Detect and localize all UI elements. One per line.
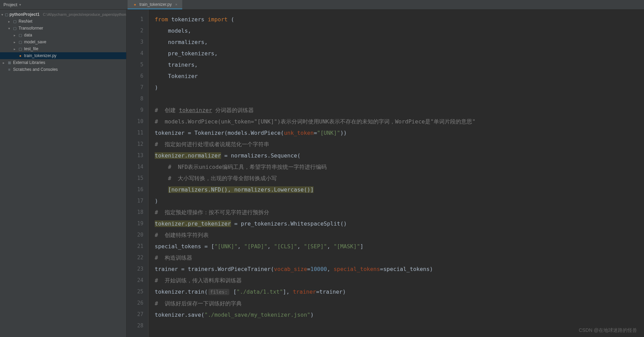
code-line: normalizers, [155,36,644,48]
code-line: models, [155,25,644,36]
code-line: # 指定预处理操作：按不可见字符进行预拆分 [155,207,644,218]
gutter: 1 2 3 4 5 6 7 8 9 10 11 12 13 14 15 16 1… [127,10,149,337]
code-line: tokenizer.train(files: ["./data/1.txt"],… [155,286,644,298]
tree-item-external-libs[interactable]: ⊞ External Libraries [0,59,126,66]
line-number: 3 [127,36,143,48]
code-line: # 训练好后保存一下训练好的字典 [155,298,644,309]
line-number: 6 [127,70,143,82]
folder-icon: ▢ [18,46,23,51]
close-icon[interactable]: × [175,2,177,7]
line-number: 20 [127,229,143,241]
tab-train-tokenizer[interactable]: ● train_tokenizer.py × [128,0,182,9]
project-tool-label[interactable]: Project ▾ [0,2,24,7]
line-number: 26 [127,297,143,309]
tree-root[interactable]: ▢ pythonProject1 C:\Al\pycharm_projects\… [0,11,126,18]
line-number: 1 [127,14,143,25]
tree-label: pythonProject1 [10,12,40,17]
code-line: trainer = trainers.WordPieceTrainer(voca… [155,263,644,275]
tree-item-transformer[interactable]: ▢ Transoformer [0,25,126,32]
tree-label: train_tokenizer.py [24,53,56,58]
code-line: from tokenizers import ( [155,14,644,25]
line-number: 5 [127,59,143,70]
code-line: # 构造训练器 [155,252,644,263]
tree-item-train-tokenizer[interactable]: ● train_tokenizer.py [0,52,126,59]
tree-label: Scratches and Consoles [13,67,58,72]
main: ▢ pythonProject1 C:\Al\pycharm_projects\… [0,10,644,337]
line-number: 19 [127,218,143,229]
line-number: 7 [127,82,143,93]
line-number: 12 [127,139,143,150]
code-line: # NFD表示unicode编码工具，希望字符串按统一字符进行编码 [155,161,644,173]
line-number: 25 [127,286,143,297]
editor-tabs: ● train_tokenizer.py × [128,0,182,9]
folder-icon: ▢ [5,12,8,17]
folder-icon: ▢ [12,26,17,31]
folder-icon: ▢ [18,40,23,44]
code-line: # 指定如何进行处理或者说规范化一个字符串 [155,139,644,150]
tree-item-data[interactable]: ▢ data [0,32,126,39]
line-number: 27 [127,309,143,320]
chevron-right-icon[interactable] [1,61,6,65]
line-number: 16 [127,184,143,195]
line-number: 28 [127,320,143,331]
tree-item-resnet[interactable]: ▢ ResNet [0,18,126,25]
code-line: pre_tokenizers, [155,48,644,59]
chevron-right-icon[interactable] [7,20,11,23]
code-line: tokenizer.pre_tokenizer = pre_tokenizers… [155,218,644,229]
line-number: 17 [127,195,143,207]
scratch-icon: ≡ [7,67,12,72]
tree-item-model-save[interactable]: ▢ model_save [0,39,126,45]
chevron-down-icon[interactable] [1,13,3,17]
line-number: 18 [127,207,143,218]
line-number: 14 [127,161,143,173]
code-line: # 大小写转换，出现的字母全部转换成小写 [155,173,644,184]
code-line [155,93,644,105]
code-line: Tokenizer [155,70,644,82]
watermark: CSDN @在地球迷路的怪兽 [579,327,637,334]
code-line: # 创建特殊字符列表 [155,229,644,241]
code-line: trainers, [155,59,644,70]
line-number: 21 [127,241,143,252]
tree-item-test-file[interactable]: ▢ test_file [0,45,126,52]
line-number: 11 [127,127,143,139]
python-file-icon: ● [132,2,137,7]
line-number: 24 [127,275,143,286]
line-number: 22 [127,252,143,263]
chevron-right-icon[interactable] [12,40,17,44]
library-icon: ⊞ [7,60,12,65]
tree-label: Transoformer [19,26,43,31]
code-line [155,320,644,332]
chevron-right-icon[interactable] [12,47,17,51]
line-number: 13 [127,150,143,161]
line-number: 2 [127,25,143,36]
line-number: 10 [127,116,143,127]
toolbar: Project ▾ ● train_tokenizer.py × [0,0,644,10]
tree-label: data [24,33,32,37]
line-number: 8 [127,93,143,105]
parameter-hint: files: [208,289,229,295]
tree-path: C:\Al\pycharm_projects\reproduce_papers\… [43,12,126,17]
code-line: # models.WordPiece(unk_token="[UNK]")表示分… [155,116,644,127]
chevron-right-icon[interactable] [12,33,17,37]
line-number: 4 [127,48,143,59]
line-number: 9 [127,105,143,116]
code-line: ) [155,82,644,93]
project-tree: ▢ pythonProject1 C:\Al\pycharm_projects\… [0,10,127,337]
tree-label: model_save [24,40,46,44]
python-file-icon: ● [18,53,23,58]
tree-label: External Libraries [13,60,45,65]
code-line: ) [155,195,644,207]
tree-label: ResNet [19,19,32,24]
code-line: # 创建 tokeninzer 分词器的训练器 [155,105,644,116]
tree-item-scratches[interactable]: ≡ Scratches and Consoles [0,66,126,73]
line-number: 15 [127,173,143,184]
code-line: tokenizer = Tokenizer(models.WordPiece(u… [155,127,644,139]
tree-label: test_file [24,46,38,51]
folder-icon: ▢ [12,19,17,24]
code-line: # 开始训练，传入语料库和训练器 [155,275,644,286]
chevron-down-icon[interactable] [7,26,11,30]
line-number: 23 [127,263,143,275]
code-content[interactable]: from tokenizers import ( models, normali… [149,10,644,337]
code-editor[interactable]: 1 2 3 4 5 6 7 8 9 10 11 12 13 14 15 16 1… [127,10,644,337]
folder-icon: ▢ [18,33,23,37]
